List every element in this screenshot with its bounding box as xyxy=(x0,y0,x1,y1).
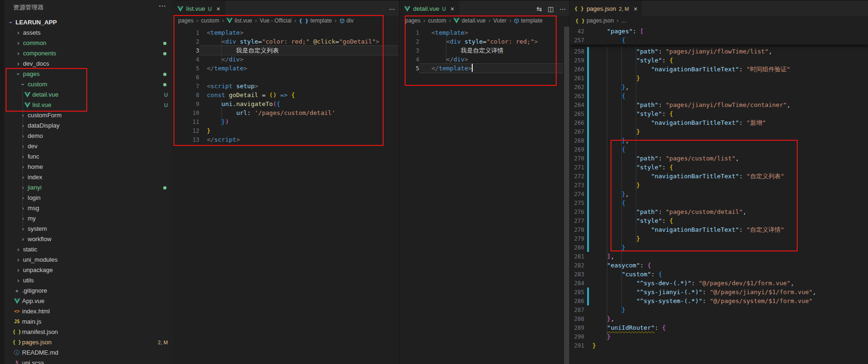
code-line-259[interactable]: 259 "style": { xyxy=(570,56,868,65)
line-number[interactable]: 274 xyxy=(570,191,584,197)
code-line-282[interactable]: 282 "easycom": { xyxy=(570,261,868,270)
code-line-1[interactable]: 1<template> xyxy=(400,28,570,37)
vertical-scrollbar[interactable] xyxy=(564,27,569,364)
code-line-291[interactable]: 291} xyxy=(570,341,868,350)
code-line-258[interactable]: 258 "path": "pages/jianyi/flowTime/list"… xyxy=(570,47,868,56)
line-number[interactable]: 259 xyxy=(570,57,584,64)
breadcrumb-item-Vuter[interactable]: Vuter xyxy=(493,17,506,24)
code-line-267[interactable]: 267 } xyxy=(570,127,868,136)
editor-list-vue[interactable]: 1<template>2 <div style="color: red;" @c… xyxy=(173,26,399,364)
code-line-287[interactable]: 287 } xyxy=(570,305,868,314)
breadcrumb-item-div[interactable]: div xyxy=(340,17,354,24)
line-number[interactable]: 3 xyxy=(400,47,419,54)
code-line-5[interactable]: 5</template> xyxy=(173,64,399,73)
line-number[interactable]: 271 xyxy=(570,164,584,171)
tree-item-login[interactable]: ›login xyxy=(4,193,173,203)
breadcrumb-item-detail.vue[interactable]: detail.vue xyxy=(453,17,485,24)
code-line-11[interactable]: 11 }) xyxy=(173,117,399,126)
line-number[interactable]: 262 xyxy=(570,84,584,91)
line-number[interactable]: 6 xyxy=(173,74,199,81)
code-line-264[interactable]: 264 "path": "pages/jianyi/flowTime/conta… xyxy=(570,100,868,109)
tree-item-demo[interactable]: ›demo xyxy=(4,131,173,141)
chevron-right-icon[interactable]: › xyxy=(15,265,22,275)
tree-item-system[interactable]: ›system xyxy=(4,224,173,234)
line-number[interactable]: 268 xyxy=(570,137,584,144)
tree-item-unpackage[interactable]: ›unpackage xyxy=(4,265,173,275)
code-line-280[interactable]: 280 } xyxy=(570,243,868,252)
close-icon[interactable]: × xyxy=(216,5,220,13)
code-line-276[interactable]: 276 "path": "pages/custom/detail", xyxy=(570,207,868,216)
code-line-289[interactable]: 289 "uniIdRouter": { xyxy=(570,323,868,332)
code-line-284[interactable]: 284 "^sys-dev-(.*)": "@/pages/dev/$1/for… xyxy=(570,279,868,288)
breadcrumb-item-Vue-Official[interactable]: Vue - Official xyxy=(260,17,292,24)
more-icon[interactable]: ⋯ xyxy=(389,5,395,13)
tree-item-workflow[interactable]: ›workflow xyxy=(4,234,173,244)
tree-item-detail.vue[interactable]: detail.vueU xyxy=(4,90,173,100)
code-line-274[interactable]: 274 }, xyxy=(570,190,868,198)
chevron-right-icon[interactable]: › xyxy=(19,110,27,121)
code-line-42[interactable]: 42 "pages": [ xyxy=(570,27,868,36)
line-number[interactable]: 5 xyxy=(173,65,199,72)
explorer-more-icon[interactable]: ⋯ xyxy=(159,1,166,10)
tree-item-dev_docs[interactable]: ›dev_docs xyxy=(4,59,173,69)
line-number[interactable]: 291 xyxy=(570,342,584,349)
line-number[interactable]: 13 xyxy=(173,136,199,143)
code-line-3[interactable]: 3 我是自定义详情 xyxy=(400,46,570,55)
chevron-right-icon[interactable]: › xyxy=(19,141,27,152)
code-line-288[interactable]: 288 }, xyxy=(570,314,868,323)
chevron-right-icon[interactable]: › xyxy=(15,48,22,59)
code-lines-3[interactable]: 258 "path": "pages/jianyi/flowTime/list"… xyxy=(570,47,868,350)
code-line-9[interactable]: 9 uni.navigateTo({ xyxy=(173,99,399,108)
tree-item-index.html[interactable]: <>index.html xyxy=(4,306,173,317)
line-number[interactable]: 4 xyxy=(173,56,199,63)
chevron-right-icon[interactable]: › xyxy=(15,59,22,69)
line-number[interactable]: 276 xyxy=(570,209,584,215)
line-number[interactable]: 8 xyxy=(173,92,199,99)
line-number[interactable]: 287 xyxy=(570,307,584,313)
code-line-2[interactable]: 2 <div style="color: red;" @click="goDet… xyxy=(173,37,399,46)
line-number[interactable]: 279 xyxy=(570,235,584,242)
tree-item-jianyi[interactable]: ›jianyi xyxy=(4,182,173,193)
code-line-286[interactable]: 286 "^sys-system-(.*)": "@/pages/system/… xyxy=(570,296,868,305)
chevron-right-icon[interactable]: › xyxy=(19,182,27,193)
line-number[interactable]: 273 xyxy=(570,182,584,189)
code-line-275[interactable]: 275 { xyxy=(570,198,868,207)
code-line-2[interactable]: 2 <div style="color: red;"> xyxy=(400,37,570,46)
line-number[interactable]: 263 xyxy=(570,93,584,99)
code-line-281[interactable]: 281 ], xyxy=(570,252,868,261)
breadcrumb-item-template[interactable]: { }template xyxy=(299,17,332,24)
tree-item-LEARUN_APP[interactable]: ›LEARUN_APP xyxy=(4,17,173,28)
line-number[interactable]: 285 xyxy=(570,289,584,296)
chevron-right-icon[interactable]: › xyxy=(19,121,27,131)
code-line-278[interactable]: 278 "navigationBarTitleText": "自定义详情" xyxy=(570,225,868,234)
line-number[interactable]: 4 xyxy=(400,56,419,63)
code-line-268[interactable]: 268 }, xyxy=(570,136,868,145)
chevron-right-icon[interactable]: › xyxy=(19,162,27,172)
editor-pages-json[interactable]: 258 "path": "pages/jianyi/flowTime/list"… xyxy=(570,26,868,364)
line-number[interactable]: 42 xyxy=(570,28,584,35)
tab-pages.json[interactable]: { }pages.json2, M× xyxy=(570,1,642,16)
line-number[interactable]: 286 xyxy=(570,298,584,304)
code-line-273[interactable]: 273 } xyxy=(570,181,868,190)
tree-item-components[interactable]: ›components xyxy=(4,48,173,59)
code-line-12[interactable]: 12} xyxy=(173,126,399,135)
chevron-right-icon[interactable]: › xyxy=(19,172,27,182)
code-line-5[interactable]: 5</template> xyxy=(400,64,570,73)
chevron-right-icon[interactable]: › xyxy=(19,131,27,141)
line-number[interactable]: 10 xyxy=(173,110,199,116)
code-line-263[interactable]: 263 { xyxy=(570,91,868,100)
chevron-down-icon[interactable]: › xyxy=(6,19,16,26)
line-number[interactable]: 11 xyxy=(173,119,199,125)
tree-item-common[interactable]: ›common xyxy=(4,38,173,48)
code-line-266[interactable]: 266 "navigationBarTitleText": "新增" xyxy=(570,118,868,127)
line-number[interactable]: 280 xyxy=(570,244,584,251)
code-line-262[interactable]: 262 }, xyxy=(570,83,868,91)
code-lines-2[interactable]: 1<template>2 <div style="color: red;">3 … xyxy=(400,28,570,73)
line-number[interactable]: 281 xyxy=(570,253,584,260)
tree-item-custom[interactable]: ›custom xyxy=(4,79,173,90)
line-number[interactable]: 2 xyxy=(400,38,419,45)
line-number[interactable]: 284 xyxy=(570,280,584,287)
diff-icon[interactable]: ⇆ xyxy=(536,5,542,13)
line-number[interactable]: 275 xyxy=(570,200,584,206)
tree-item-my[interactable]: ›my xyxy=(4,213,173,224)
